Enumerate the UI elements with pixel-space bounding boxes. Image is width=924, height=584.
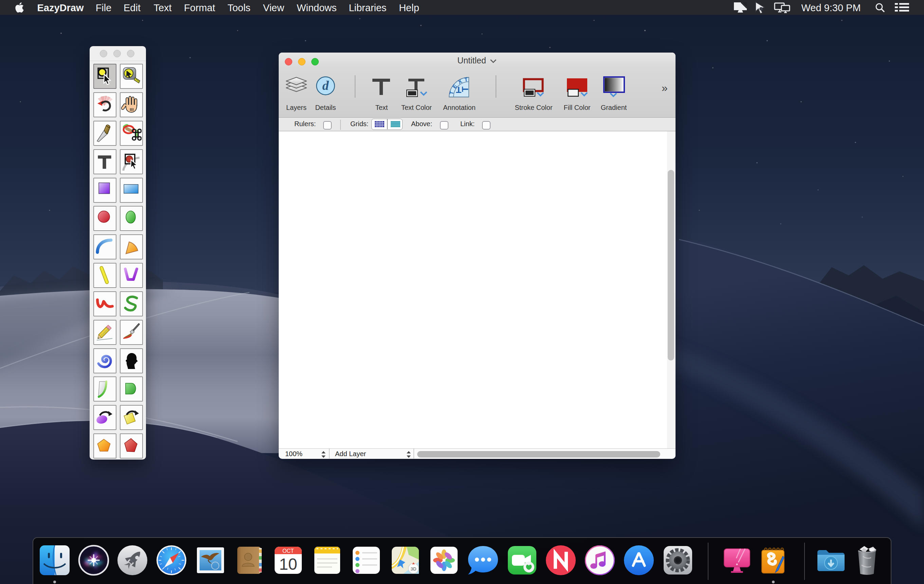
svg-text:3D: 3D [411,566,416,571]
svg-text:OCT: OCT [282,548,294,554]
svg-text:d: d [322,78,329,92]
svg-text:T: T [460,87,470,92]
svg-text:10: 10 [279,555,297,573]
